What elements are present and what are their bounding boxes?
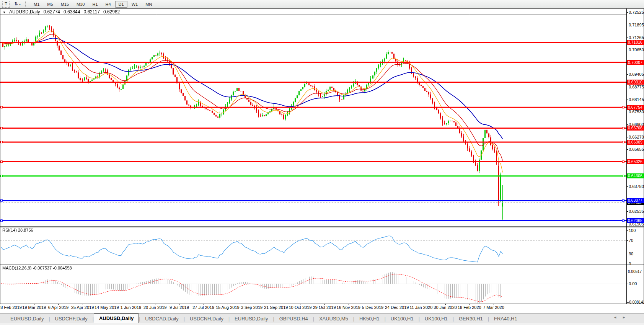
level-label: 0.65026	[627, 159, 644, 164]
ohlc-low: 0.62117	[83, 9, 100, 15]
level-label: 0.64306	[627, 173, 644, 178]
level-label: 0.70007	[627, 60, 644, 65]
level-label: 0.66706	[627, 126, 644, 131]
ohlc-open: 0.62774	[44, 9, 60, 15]
level-label: 0.67754	[627, 105, 644, 110]
symbol-label: AUDUSD,Daily	[9, 9, 40, 15]
chart-menu-triangle-icon[interactable]: ▼	[3, 11, 6, 14]
trading-platform-window: T ⇅▾ M1M5M15M30H1H4D1W1MN ▼AUDUSD,Daily0…	[0, 0, 644, 325]
level-label: 0.63077	[627, 198, 644, 203]
level-label: 0.62068	[627, 218, 644, 223]
rsi-indicator-label: RSI(14) 28.8756	[2, 228, 33, 232]
ohlc-high: 0.63844	[64, 9, 80, 15]
level-label: 0.66009	[627, 140, 644, 145]
chart-title-bar: ▼AUDUSD,Daily0.627740.638440.621170.6298…	[3, 9, 123, 15]
ohlc-close: 0.62982	[103, 9, 120, 15]
macd-indicator-label: MACD(12,26,9) -0.007537 -0.004558	[2, 266, 72, 270]
chart-canvas[interactable]	[0, 0, 644, 325]
level-label: 0.71016	[627, 40, 644, 45]
level-label: 0.69010	[627, 80, 644, 85]
